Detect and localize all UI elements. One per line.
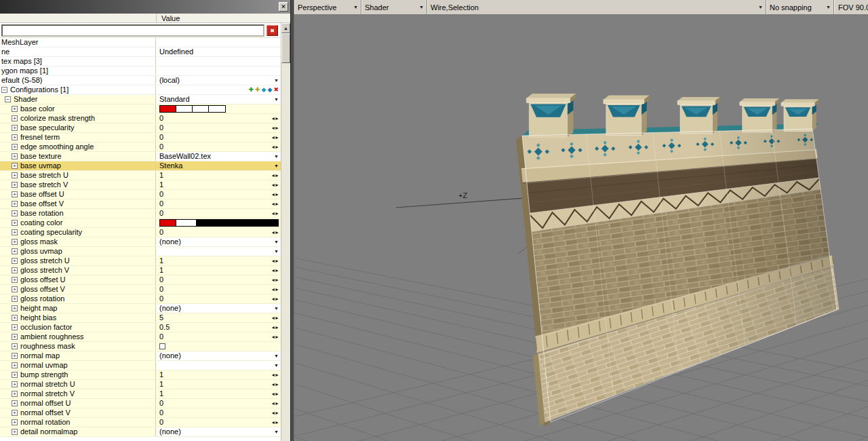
tree-row-normal-stretch-v[interactable]: +normal stretch V1◄►	[0, 389, 281, 399]
expand-icon[interactable]: +	[12, 419, 18, 425]
chevron-down-icon[interactable]: ▼	[274, 95, 279, 104]
row-value-cell[interactable]: (none)▼	[157, 237, 281, 246]
tree-row-normal-offset-u[interactable]: +normal offset U0◄►	[0, 399, 281, 408]
export-config-icon[interactable]: ◆	[268, 87, 273, 93]
tree-row-gloss-offset-v[interactable]: +gloss offset V0◄►	[0, 285, 281, 294]
expand-icon[interactable]: +	[12, 115, 18, 121]
shading-mode-combo[interactable]: Shader ▼	[361, 0, 427, 14]
collapse-icon[interactable]: −	[5, 96, 11, 102]
row-value-cell[interactable]: 0◄►	[157, 190, 281, 199]
spinner-arrows-icon[interactable]: ◄►	[271, 199, 279, 208]
row-value-cell[interactable]: 1◄►	[157, 389, 281, 398]
expand-icon[interactable]: +	[12, 144, 18, 150]
row-value-cell[interactable]: (none)▼	[157, 351, 281, 360]
row-value-cell[interactable]: 0◄►	[157, 209, 281, 218]
row-value-cell[interactable]: BaseWall02.tex▼	[157, 152, 281, 161]
tree-row-tex-maps-3[interactable]: tex maps [3]	[0, 57, 281, 66]
import-config-icon[interactable]: ◆	[262, 87, 267, 93]
expand-icon[interactable]: +	[12, 381, 18, 387]
expand-icon[interactable]: +	[12, 239, 18, 245]
row-value-cell[interactable]: Stenka▼	[157, 161, 281, 170]
color-swatches[interactable]	[159, 219, 279, 227]
spinner-arrows-icon[interactable]: ◄►	[271, 256, 279, 265]
row-value-cell[interactable]	[157, 342, 281, 351]
expand-icon[interactable]: +	[12, 277, 18, 283]
tree-row-edge-smoothing-angle[interactable]: +edge smoothing angle0◄►	[0, 142, 281, 152]
expand-icon[interactable]: +	[12, 201, 18, 207]
spinner-arrows-icon[interactable]: ◄►	[271, 123, 279, 132]
row-value-cell[interactable]: 0◄►	[157, 294, 281, 303]
expand-icon[interactable]: +	[12, 410, 18, 416]
delete-config-icon[interactable]: ✖	[273, 87, 279, 93]
expand-icon[interactable]: +	[12, 315, 18, 321]
chevron-down-icon[interactable]: ▼	[274, 161, 279, 170]
tree-row-normal-uvmap[interactable]: +normal uvmap▼	[0, 361, 281, 370]
row-value-cell[interactable]: 0◄►	[157, 114, 281, 123]
spinner-arrows-icon[interactable]: ◄►	[271, 285, 279, 294]
expand-icon[interactable]: +	[12, 391, 18, 397]
tree-row-gloss-rotation[interactable]: +gloss rotation0◄►	[0, 294, 281, 304]
tree-row-coating-color[interactable]: +coating color	[0, 218, 281, 228]
row-value-cell[interactable]: 1◄►	[157, 370, 281, 379]
tree-row-gloss-uvmap[interactable]: +gloss uvmap▼	[0, 247, 281, 256]
row-value-cell[interactable]: 0◄►	[157, 199, 281, 208]
expand-icon[interactable]: +	[12, 362, 18, 368]
tree-row-detail-normalmap[interactable]: +detail normalmap(none)▼	[0, 427, 281, 437]
expand-icon[interactable]: +	[12, 229, 18, 235]
tree-row-configurations-1[interactable]: −Configurations [1]✚✚◆◆✖	[0, 85, 281, 95]
expand-icon[interactable]: +	[12, 343, 18, 349]
tree-row-normal-map[interactable]: +normal map(none)▼	[0, 351, 281, 361]
row-value-cell[interactable]: ✚✚◆◆✖	[157, 85, 281, 94]
expand-icon[interactable]: +	[12, 353, 18, 359]
row-value-cell[interactable]: Standard▼	[157, 95, 281, 104]
expand-icon[interactable]: +	[12, 172, 18, 178]
filter-input[interactable]	[1, 24, 264, 37]
tree-row-normal-rotation[interactable]: +normal rotation0◄►	[0, 418, 281, 427]
row-value-cell[interactable]: 5◄►	[157, 313, 281, 322]
expand-icon[interactable]: +	[12, 220, 18, 226]
tree-row-gloss-offset-u[interactable]: +gloss offset U0◄►	[0, 275, 281, 285]
color-swatch[interactable]	[197, 220, 278, 226]
row-value-cell[interactable]: 0◄►	[157, 228, 281, 237]
spinner-arrows-icon[interactable]: ◄►	[271, 370, 279, 379]
color-swatch[interactable]	[193, 106, 209, 112]
row-value-cell[interactable]: ▼	[157, 247, 281, 256]
row-value-cell[interactable]	[157, 218, 281, 227]
spinner-arrows-icon[interactable]: ◄►	[271, 190, 279, 199]
tree-row-height-map[interactable]: +height map(none)▼	[0, 304, 281, 313]
tree-row-shader[interactable]: −ShaderStandard▼	[0, 95, 281, 104]
chevron-down-icon[interactable]: ▼	[274, 351, 279, 360]
panel-titlebar[interactable]: ✕	[0, 0, 290, 14]
expand-icon[interactable]: +	[12, 372, 18, 378]
tree-row-base-offset-u[interactable]: +base offset U0◄►	[0, 190, 281, 199]
tree-row-colorize-mask-strength[interactable]: +colorize mask strength0◄►	[0, 114, 281, 123]
checkbox[interactable]	[159, 343, 165, 349]
expand-icon[interactable]: +	[12, 182, 18, 188]
row-value-cell[interactable]: (none)▼	[157, 427, 281, 436]
expand-icon[interactable]: +	[12, 125, 18, 131]
row-value-cell[interactable]: 0◄►	[157, 408, 281, 417]
tree-row-ygon-maps-1[interactable]: ygon maps [1]	[0, 66, 281, 76]
spinner-arrows-icon[interactable]: ◄►	[271, 266, 279, 275]
row-value-cell[interactable]: 1◄►	[157, 266, 281, 275]
chevron-down-icon[interactable]: ▼	[274, 152, 279, 161]
row-value-cell[interactable]: 1◄►	[157, 256, 281, 265]
chevron-down-icon[interactable]: ▼	[274, 361, 279, 370]
collapse-icon[interactable]: −	[1, 87, 7, 93]
tree-row-roughness-mask[interactable]: +roughness mask	[0, 342, 281, 351]
viewport-canvas[interactable]: +Z	[294, 15, 868, 441]
spinner-arrows-icon[interactable]: ◄►	[271, 209, 279, 218]
add-config-icon[interactable]: ✚	[249, 87, 254, 93]
spinner-arrows-icon[interactable]: ◄►	[271, 408, 279, 417]
row-value-cell[interactable]: 0◄►	[157, 142, 281, 151]
chevron-down-icon[interactable]: ▼	[274, 427, 279, 436]
spinner-arrows-icon[interactable]: ◄►	[271, 389, 279, 398]
spinner-arrows-icon[interactable]: ◄►	[271, 418, 279, 427]
color-swatch[interactable]	[209, 106, 225, 112]
row-value-cell[interactable]: (local)▼	[157, 76, 281, 85]
row-value-cell[interactable]: 0◄►	[157, 133, 281, 142]
color-swatch[interactable]	[176, 106, 193, 112]
spinner-arrows-icon[interactable]: ◄►	[271, 133, 279, 142]
spinner-arrows-icon[interactable]: ◄►	[271, 380, 279, 389]
color-swatch[interactable]	[176, 220, 197, 226]
